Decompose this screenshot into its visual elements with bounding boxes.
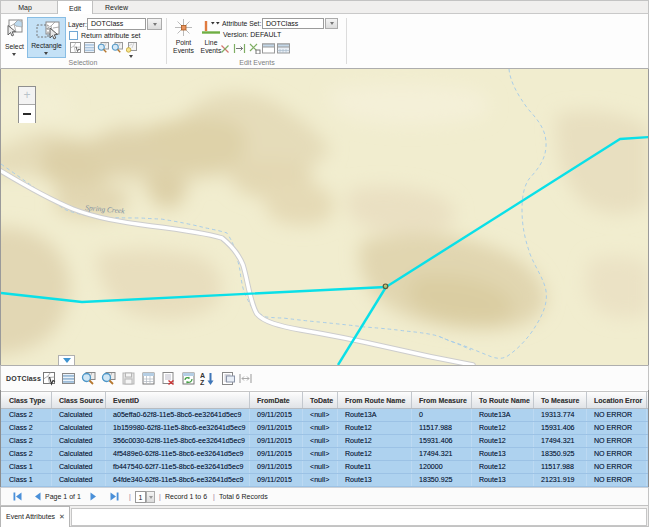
svg-text:A: A	[200, 372, 205, 379]
svg-text:Z: Z	[200, 379, 205, 386]
